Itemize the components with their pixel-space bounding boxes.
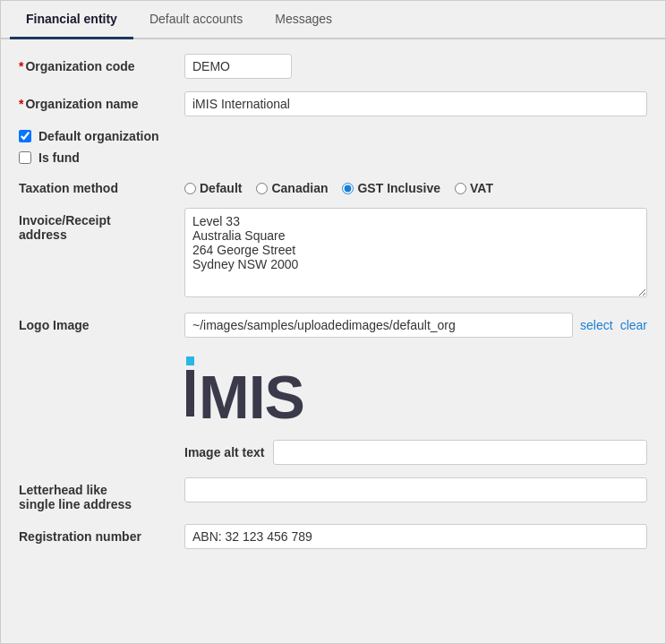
main-container: Financial entity Default accounts Messag… bbox=[0, 0, 666, 644]
letterhead-row: Letterhead likesingle line address bbox=[19, 477, 647, 511]
taxation-label: Taxation method bbox=[19, 176, 184, 195]
svg-rect-0 bbox=[186, 356, 194, 365]
radio-default[interactable]: Default bbox=[184, 181, 242, 195]
invoice-address-row: Invoice/Receiptaddress Level 33 Australi… bbox=[19, 208, 647, 300]
org-name-label: *Organization name bbox=[19, 91, 184, 111]
registration-input[interactable] bbox=[184, 524, 647, 549]
registration-label: Registration number bbox=[19, 524, 184, 544]
radio-canadian[interactable]: Canadian bbox=[256, 181, 328, 195]
image-alt-row: Image alt text bbox=[184, 440, 647, 465]
registration-field-wrapper bbox=[184, 524, 647, 549]
invoice-address-textarea[interactable]: Level 33 Australia Square 264 George Str… bbox=[184, 208, 647, 297]
tab-financial-entity[interactable]: Financial entity bbox=[10, 1, 133, 39]
radio-vat[interactable]: VAT bbox=[455, 181, 493, 195]
radio-gst[interactable]: GST Inclusive bbox=[342, 181, 440, 195]
org-name-input[interactable] bbox=[184, 91, 647, 116]
org-code-field-wrapper bbox=[184, 54, 647, 79]
is-fund-checkbox[interactable] bbox=[19, 151, 31, 164]
tab-default-accounts[interactable]: Default accounts bbox=[133, 1, 259, 39]
image-alt-label: Image alt text bbox=[184, 445, 264, 459]
imis-logo-svg: MIS bbox=[184, 354, 372, 425]
org-name-field-wrapper bbox=[184, 91, 647, 116]
tab-messages[interactable]: Messages bbox=[259, 1, 348, 39]
letterhead-label: Letterhead likesingle line address bbox=[19, 477, 184, 511]
default-org-row: Default organization bbox=[19, 129, 647, 143]
svg-text:MIS: MIS bbox=[199, 363, 304, 425]
letterhead-input[interactable] bbox=[184, 477, 647, 502]
default-org-label: Default organization bbox=[38, 129, 159, 143]
invoice-address-wrapper: Level 33 Australia Square 264 George Str… bbox=[184, 208, 647, 300]
is-fund-label: Is fund bbox=[38, 150, 80, 165]
logo-field-wrapper: select clear MIS bbox=[184, 313, 647, 465]
taxation-row: Taxation method Default Canadian GST Inc… bbox=[19, 176, 647, 195]
logo-preview: MIS bbox=[184, 345, 647, 434]
logo-label: Logo Image bbox=[19, 313, 184, 332]
required-marker: * bbox=[19, 59, 23, 73]
letterhead-field-wrapper bbox=[184, 477, 647, 502]
radio-vat-label: VAT bbox=[470, 181, 493, 195]
imis-logo-image: MIS bbox=[184, 354, 647, 425]
svg-rect-1 bbox=[186, 370, 194, 416]
radio-canadian-label: Canadian bbox=[271, 181, 328, 195]
radio-default-input[interactable] bbox=[184, 183, 196, 194]
registration-row: Registration number bbox=[19, 524, 647, 549]
tab-bar: Financial entity Default accounts Messag… bbox=[1, 1, 665, 39]
logo-clear-button[interactable]: clear bbox=[620, 318, 647, 332]
default-org-checkbox[interactable] bbox=[19, 130, 31, 142]
org-code-input[interactable] bbox=[184, 54, 292, 79]
taxation-options: Default Canadian GST Inclusive VAT bbox=[184, 176, 647, 195]
org-code-label: *Organization code bbox=[19, 54, 184, 73]
invoice-label: Invoice/Receiptaddress bbox=[19, 208, 184, 242]
org-name-row: *Organization name bbox=[19, 91, 647, 116]
logo-select-button[interactable]: select bbox=[580, 318, 613, 332]
radio-gst-input[interactable] bbox=[342, 183, 354, 194]
radio-canadian-input[interactable] bbox=[256, 183, 268, 194]
logo-row: Logo Image select clear bbox=[19, 313, 647, 465]
radio-group: Default Canadian GST Inclusive VAT bbox=[184, 176, 647, 195]
is-fund-row: Is fund bbox=[19, 150, 647, 165]
required-marker-2: * bbox=[19, 97, 23, 111]
radio-vat-input[interactable] bbox=[455, 183, 466, 194]
logo-path-input[interactable] bbox=[184, 313, 573, 338]
radio-gst-label: GST Inclusive bbox=[357, 181, 440, 195]
logo-input-row: select clear bbox=[184, 313, 647, 338]
org-code-row: *Organization code bbox=[19, 54, 647, 79]
form-area: *Organization code *Organization name De… bbox=[1, 39, 665, 576]
image-alt-input[interactable] bbox=[273, 440, 647, 465]
radio-default-label: Default bbox=[200, 181, 242, 195]
